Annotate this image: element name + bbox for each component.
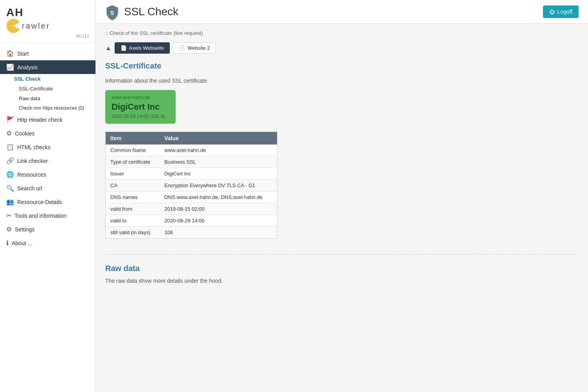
pacman-icon	[6, 19, 20, 33]
tab-doc-icon-1: 📄	[120, 45, 127, 51]
sidebar-label-ressource-details: Ressource-Details	[17, 199, 62, 205]
cell-item: DNS names	[106, 191, 160, 203]
cert-issuer: DigiCert Inc	[111, 102, 169, 112]
tab-arrow-icon: ▲	[105, 45, 111, 52]
shield-icon: S	[105, 5, 119, 19]
sidebar-subitem-check-non-https[interactable]: Check non https ressources (0)	[0, 103, 95, 113]
cookie-icon: ⚙	[6, 130, 12, 137]
sidebar-label-about: About ...	[12, 240, 32, 246]
table-row: IssuerDigiCert Inc	[106, 168, 277, 180]
cell-value: DigiCert Inc	[160, 168, 277, 180]
cell-value: www.axel-hahn.de	[160, 145, 277, 156]
sidebar-label-analysis: Analysis	[17, 64, 38, 70]
tab-axels-webseite[interactable]: 📄 Axels Webseite	[115, 42, 170, 54]
cell-value: Encryption Everywhere DV TLS CA - G1	[160, 180, 277, 191]
col-header-value: Value	[160, 132, 277, 145]
sidebar-item-link-checker[interactable]: 🔗 Link checker	[0, 154, 95, 168]
table-row: valid to2020-08-29 14:00	[106, 215, 277, 227]
sidebar-nav: 🏠 Start 📈 Analysis SSL Check SSL-Certifi…	[0, 43, 95, 253]
title-wrap: S SSL Check	[105, 5, 178, 19]
sidebar-label-http-header: Http Header check	[17, 117, 63, 123]
cell-value: Business SSL	[160, 156, 277, 168]
logo-text: rawler	[22, 22, 50, 31]
logo-area: AH rawler v0.111	[0, 0, 95, 43]
svg-text:S: S	[110, 10, 114, 16]
ssl-table: Item Value Common Namewww.axel-hahn.deTy…	[105, 132, 277, 238]
ssl-section-title: SSL-Certificate	[105, 61, 579, 73]
col-header-item: Item	[106, 132, 160, 145]
logo-initials: AH	[6, 6, 89, 19]
tabs-container: ▲ 📄 Axels Webseite 📄 Website 2	[105, 42, 579, 54]
page-subtitle: :: Check of the SSL certificate (live re…	[105, 30, 579, 36]
ssl-info-text: Information about the used SSL certifica…	[105, 78, 579, 84]
tab-website2[interactable]: 📄 Website 2	[173, 42, 216, 54]
section-divider	[105, 254, 579, 255]
power-icon: ⏻	[549, 9, 555, 15]
sidebar-label-start: Start	[17, 51, 29, 57]
sidebar-item-ressource-details[interactable]: 👥 Ressource-Details	[0, 195, 95, 209]
tools-icon: ✂	[6, 212, 11, 219]
sidebar-item-settings[interactable]: ⚙ Settings	[0, 222, 95, 236]
cert-domain: www.axel-hahn.de	[111, 95, 169, 100]
raw-data-title: Raw data	[105, 264, 579, 273]
logoff-button[interactable]: ⏻ Logoff	[543, 5, 579, 18]
cell-value: 2020-08-29 14:00	[160, 215, 277, 227]
raw-data-text: The raw data show more details under the…	[105, 278, 579, 284]
cell-value: 2019-08-15 02:00	[160, 203, 277, 215]
cell-value: DNS:www.axel-hahn.de, DNS:axel-hahn.de	[160, 191, 277, 203]
globe-icon: 🌐	[6, 171, 14, 178]
cert-date: 2020-08-29 14:00 (106 d)	[111, 114, 169, 119]
sidebar-item-search-url[interactable]: 🔍 Search url	[0, 181, 95, 195]
sidebar-item-analysis[interactable]: 📈 Analysis	[0, 60, 95, 74]
sidebar-item-start[interactable]: 🏠 Start	[0, 47, 95, 60]
table-row: DNS namesDNS:www.axel-hahn.de, DNS:axel-…	[106, 191, 277, 203]
sidebar-label-html-checks: HTML checks	[17, 144, 50, 150]
sidebar-sublabel-ssl-check: SSL Check	[14, 76, 41, 82]
link-icon: 🔗	[6, 157, 14, 164]
cell-item: Type of certificate	[106, 156, 160, 168]
tab-doc-icon-2: 📄	[179, 45, 185, 51]
page-header: S SSL Check ⏻ Logoff	[96, 0, 588, 24]
analysis-icon: 📈	[6, 63, 14, 71]
sidebar-label-cookies: Cookies	[15, 130, 35, 137]
details-icon: 👥	[6, 198, 14, 206]
sidebar-label-tools: Tools and information	[14, 213, 67, 219]
home-icon: 🏠	[6, 50, 14, 57]
sidebar-subitem-ssl-check[interactable]: SSL Check	[0, 74, 95, 84]
sidebar-item-html-checks[interactable]: 📋 HTML checks	[0, 140, 95, 154]
cell-item: CA	[106, 180, 160, 191]
sidebar-item-ressources[interactable]: 🌐 Ressources	[0, 168, 95, 181]
table-row: valid from2019-08-15 02:00	[106, 203, 277, 215]
sidebar-sublabel-raw-data: Raw data	[19, 96, 40, 101]
sidebar-sublabel-check-non-https: Check non https ressources (0)	[19, 105, 84, 111]
cell-item: Common Name	[106, 145, 160, 156]
table-row: still valid (in days)106	[106, 227, 277, 238]
html-icon: 📋	[6, 143, 14, 151]
sidebar-label-link-checker: Link checker	[17, 158, 48, 164]
sidebar: AH rawler v0.111 🏠 Start 📈 Analysis SSL …	[0, 0, 96, 392]
sidebar-item-http-header[interactable]: 🚩 Http Header check	[0, 113, 95, 126]
sidebar-item-tools[interactable]: ✂ Tools and information	[0, 209, 95, 222]
page-title: SSL Check	[124, 5, 178, 18]
tab-label-website2: Website 2	[187, 45, 210, 51]
sidebar-item-cookies[interactable]: ⚙ Cookies	[0, 126, 95, 140]
about-icon: ℹ	[6, 239, 9, 247]
settings-icon: ⚙	[6, 226, 12, 233]
sidebar-subitem-ssl-certificate[interactable]: SSL-Certificate	[0, 84, 95, 94]
content-area: :: Check of the SSL certificate (live re…	[96, 24, 588, 290]
sidebar-item-about[interactable]: ℹ About ...	[0, 236, 95, 250]
search-icon: 🔍	[6, 184, 14, 192]
cell-item: still valid (in days)	[106, 227, 160, 238]
table-row: Type of certificateBusiness SSL	[106, 156, 277, 168]
logo-version: v0.111	[6, 34, 89, 38]
sidebar-subitem-raw-data[interactable]: Raw data	[0, 94, 95, 103]
main-content: S SSL Check ⏻ Logoff :: Check of the SSL…	[96, 0, 588, 392]
cell-value: 106	[160, 227, 277, 238]
sidebar-label-ressources: Ressources	[17, 172, 46, 178]
table-row: Common Namewww.axel-hahn.de	[106, 145, 277, 156]
tab-label-axels: Axels Webseite	[129, 45, 164, 51]
cell-item: valid from	[106, 203, 160, 215]
logoff-label: Logoff	[557, 9, 572, 15]
cell-item: Issuer	[106, 168, 160, 180]
sidebar-sublabel-ssl-cert: SSL-Certificate	[19, 86, 53, 92]
